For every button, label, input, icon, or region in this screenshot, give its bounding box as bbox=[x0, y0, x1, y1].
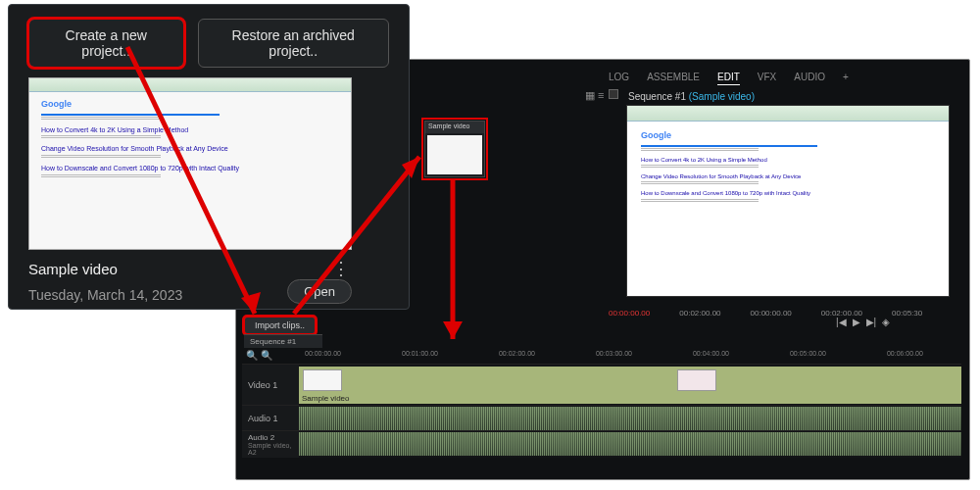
zoom-controls[interactable]: 🔍 🔍 bbox=[246, 350, 272, 361]
tab-vfx[interactable]: VFX bbox=[758, 72, 776, 85]
sequence-video-name: (Sample video) bbox=[689, 91, 755, 102]
tc-3: 00:00:00.00 bbox=[751, 309, 792, 318]
project-date: Tuesday, March 14, 2023 bbox=[28, 287, 182, 303]
bin-clip-label: Sample video bbox=[425, 122, 484, 133]
audio-clip-1[interactable] bbox=[299, 407, 961, 430]
preview-viewer: Google How to Convert 4k to 2K Using a S… bbox=[626, 105, 950, 297]
loop-icon[interactable]: ◈ bbox=[882, 317, 890, 327]
tc-5: 00:05:30 bbox=[892, 309, 922, 318]
project-manager-panel: Create a new project.. Restore an archiv… bbox=[8, 4, 410, 310]
project-thumbnail: Google How to Convert 4k to 2K Using a S… bbox=[28, 77, 352, 250]
timeline[interactable]: Video 1 Sample video Audio 1 Audio 2 Sam… bbox=[242, 364, 961, 471]
sequence-title: Sequence #1 (Sample video) bbox=[628, 91, 755, 102]
video-track-label: Video 1 bbox=[242, 365, 299, 405]
tab-log[interactable]: LOG bbox=[609, 72, 629, 85]
more-options-icon[interactable]: ⋮ bbox=[332, 258, 352, 279]
play-icon[interactable]: ▶ bbox=[853, 317, 860, 327]
tab-audio[interactable]: AUDIO bbox=[794, 72, 825, 85]
tab-assemble[interactable]: ASSEMBLE bbox=[647, 72, 700, 85]
sequence-tab[interactable]: Sequence #1 bbox=[244, 334, 322, 348]
video-track-1[interactable]: Video 1 Sample video bbox=[242, 364, 961, 405]
create-project-button[interactable]: Create a new project.. bbox=[28, 19, 184, 68]
import-clips-button[interactable]: Import clips.. bbox=[244, 317, 316, 334]
audio1-label: Audio 1 bbox=[242, 406, 299, 430]
prev-icon[interactable]: |◀ bbox=[836, 317, 847, 327]
sequence-name: Sequence #1 bbox=[628, 91, 686, 102]
workspace-tabs: LOG ASSEMBLE EDIT VFX AUDIO + bbox=[609, 72, 849, 85]
tc-in: 00:00:00.00 bbox=[609, 309, 650, 318]
restore-project-button[interactable]: Restore an archived project.. bbox=[198, 19, 389, 68]
transport-controls[interactable]: |◀ ▶ ▶| ◈ bbox=[836, 317, 890, 327]
timecode-row: 00:00:00.00 00:02:00.00 00:00:00.00 00:0… bbox=[609, 305, 959, 320]
sequence-icon bbox=[609, 89, 618, 99]
tc-2: 00:02:00.00 bbox=[679, 309, 720, 318]
timeline-ruler: 00:00:00.00 00:01:00.00 00:02:00.00 00:0… bbox=[305, 350, 959, 362]
audio-track-1[interactable]: Audio 1 bbox=[242, 405, 961, 430]
video-clip-label: Sample video bbox=[302, 394, 349, 403]
project-card[interactable]: Google How to Convert 4k to 2K Using a S… bbox=[28, 77, 352, 304]
add-tab-icon[interactable]: + bbox=[843, 72, 849, 85]
project-name: Sample video bbox=[28, 261, 118, 277]
thumb-logo: Google bbox=[641, 129, 935, 142]
audio-track-2[interactable]: Audio 2 Sample video, A2 bbox=[242, 430, 961, 458]
bin-clip-image bbox=[427, 135, 482, 174]
clip-thumb-end bbox=[677, 369, 716, 391]
next-icon[interactable]: ▶| bbox=[866, 317, 877, 327]
bin-clip-thumbnail[interactable]: Sample video bbox=[424, 121, 485, 177]
video-clip[interactable]: Sample video bbox=[299, 367, 961, 404]
audio-clip-2[interactable] bbox=[299, 432, 961, 456]
clip-thumb-start bbox=[303, 369, 342, 391]
open-project-button[interactable]: Open bbox=[287, 279, 352, 304]
tab-edit[interactable]: EDIT bbox=[717, 72, 740, 85]
audio2-label: Audio 2 Sample video, A2 bbox=[242, 431, 299, 458]
